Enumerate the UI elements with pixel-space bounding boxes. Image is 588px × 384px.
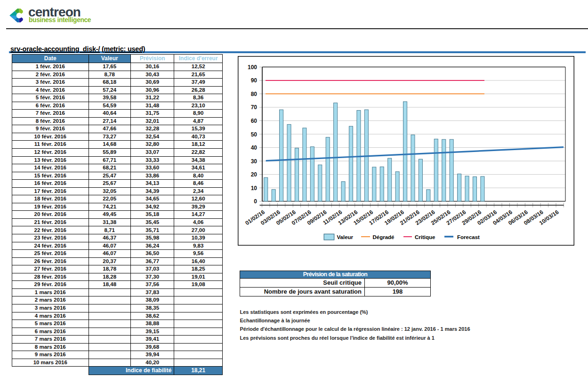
svg-text:60: 60 (251, 118, 258, 124)
svg-text:80: 80 (251, 91, 258, 97)
svg-text:Critique: Critique (415, 234, 435, 240)
svg-text:10: 10 (251, 185, 258, 192)
svg-text:40: 40 (251, 144, 258, 151)
svg-text:100: 100 (248, 64, 257, 71)
svg-text:30: 30 (251, 158, 258, 165)
svg-text:Dégradé: Dégradé (373, 234, 395, 240)
svg-text:20: 20 (251, 171, 258, 178)
svg-text:70: 70 (251, 104, 258, 111)
svg-text:Forecast: Forecast (457, 234, 480, 240)
svg-text:Valeur: Valeur (337, 234, 354, 240)
svg-text:50: 50 (251, 131, 258, 138)
svg-text:0: 0 (254, 198, 257, 205)
svg-text:90: 90 (251, 77, 258, 84)
